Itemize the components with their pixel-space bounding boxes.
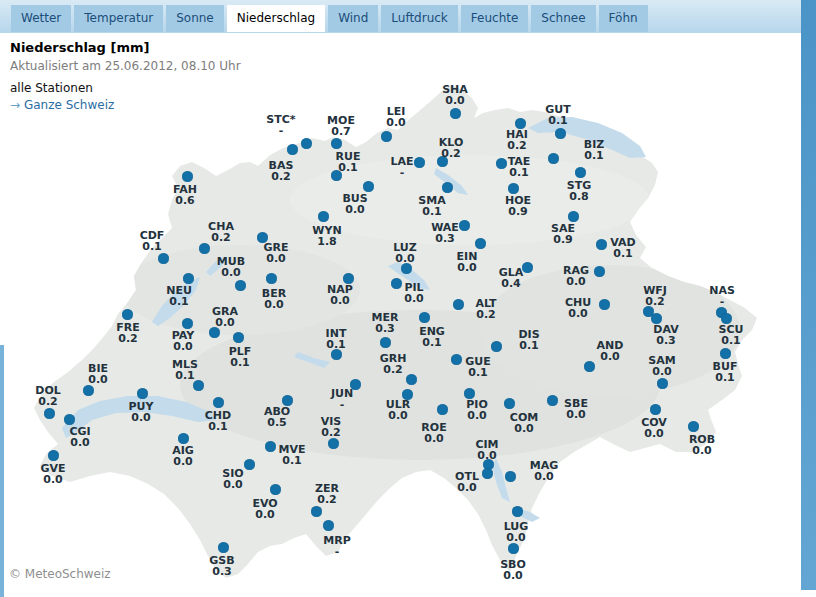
station-value: 0.1 [713, 372, 738, 383]
station-value: 0.0 [393, 253, 417, 264]
station-dot-BIE[interactable] [83, 385, 94, 396]
station-dot-GUT[interactable] [555, 128, 566, 139]
station-dot-PUY[interactable] [137, 388, 148, 399]
station-value: 0.0 [442, 95, 468, 106]
station-dot-HAI[interactable] [515, 118, 526, 129]
station-dot-WAE[interactable] [459, 220, 470, 231]
station-dot-AND[interactable] [584, 361, 595, 372]
station-dot-PAY[interactable] [182, 318, 193, 329]
tab-föhn[interactable]: Föhn [599, 5, 648, 32]
tab-temperatur[interactable]: Temperatur [74, 5, 163, 32]
meteoschweiz-page: SHA0.0LEI0.0STC*-MOE0.7GUT0.1HAI0.2KLO0.… [0, 0, 816, 597]
station-dot-SBO[interactable] [508, 543, 519, 554]
station-dot-MOE[interactable] [331, 138, 342, 149]
station-dot-SAE[interactable] [568, 211, 579, 222]
station-dot-ALT[interactable] [453, 299, 464, 310]
tab-wetter[interactable]: Wetter [11, 5, 71, 32]
station-value: 0.4 [499, 278, 524, 289]
station-label-MRP: MRP- [323, 535, 350, 557]
station-dot-MRP[interactable] [323, 520, 334, 531]
station-dot-DIS[interactable] [491, 341, 502, 352]
station-dot-STC[interactable] [301, 138, 312, 149]
station-dot-MUB[interactable] [235, 280, 246, 291]
station-dot-CDF[interactable] [158, 253, 169, 264]
station-dot-VAD[interactable] [596, 239, 607, 250]
station-dot-NEU[interactable] [183, 273, 194, 284]
station-dot-BAS[interactable] [287, 144, 298, 155]
station-value: 0.1 [518, 340, 539, 351]
station-dot-OTL[interactable] [482, 468, 493, 479]
station-label-SMA: SMA0.1 [418, 195, 445, 217]
station-dot-STG[interactable] [575, 167, 586, 178]
station-value: 0.0 [217, 267, 245, 278]
station-dot-RAG[interactable] [594, 266, 605, 277]
tab-wind[interactable]: Wind [328, 5, 378, 32]
station-dot-ROE[interactable] [437, 404, 448, 415]
station-dot-MAG[interactable] [505, 471, 516, 482]
station-dot-LUG[interactable] [512, 506, 523, 517]
station-dot-PIL[interactable] [391, 278, 402, 289]
station-dot-PIO[interactable] [464, 388, 475, 399]
tab-sonne[interactable]: Sonne [166, 5, 224, 32]
station-dot-SAM[interactable] [657, 378, 668, 389]
station-dot-HOE[interactable] [508, 183, 519, 194]
station-dot-CHD[interactable] [213, 397, 224, 408]
station-dot-ENG[interactable] [419, 312, 430, 323]
station-dot-BER[interactable] [266, 273, 277, 284]
station-dot-WYN[interactable] [318, 211, 329, 222]
station-dot-GVE[interactable] [48, 450, 59, 461]
station-dot-SCU[interactable] [721, 313, 732, 324]
station-dot-BUS[interactable] [363, 181, 374, 192]
station-dot-BIZ[interactable] [548, 153, 559, 164]
station-value: - [266, 125, 295, 136]
station-dot-GUE[interactable] [451, 354, 462, 365]
station-label-GUE: GUE0.1 [465, 356, 490, 378]
station-dot-DAV[interactable] [651, 313, 662, 324]
station-dot-SHA[interactable] [450, 108, 461, 119]
station-value: 0.7 [327, 126, 355, 137]
ganze-schweiz-link[interactable]: Ganze Schweiz [24, 98, 114, 112]
tab-luftdruck[interactable]: Luftdruck [381, 5, 458, 32]
station-dot-PLF[interactable] [233, 332, 244, 343]
station-dot-BUF[interactable] [720, 348, 731, 359]
station-dot-ABO[interactable] [282, 395, 293, 406]
tab-feuchte[interactable]: Feuchte [461, 5, 529, 32]
station-dot-COM[interactable] [504, 398, 515, 409]
station-label-STC: STC*- [266, 114, 295, 136]
tab-niederschlag[interactable]: Niederschlag [227, 5, 325, 32]
station-value: 0.6 [173, 195, 197, 206]
station-label-SAM: SAM0.0 [648, 355, 675, 377]
station-value: 0.1 [205, 421, 231, 432]
tab-schnee[interactable]: Schnee [531, 5, 595, 32]
station-dot-CGI[interactable] [64, 414, 75, 425]
station-dot-MVE[interactable] [265, 441, 276, 452]
station-dot-FAH[interactable] [182, 171, 193, 182]
station-dot-EIN[interactable] [475, 238, 486, 249]
station-value: 0.0 [648, 366, 675, 377]
station-value: 0.0 [69, 437, 90, 448]
station-dot-NAP[interactable] [343, 273, 354, 284]
station-dot-GSB[interactable] [218, 542, 229, 553]
station-value: 0.1 [229, 357, 252, 368]
station-dot-CHA[interactable] [199, 243, 210, 254]
station-dot-GRH[interactable] [406, 374, 417, 385]
station-dot-LEI[interactable] [381, 131, 392, 142]
station-dot-AIG[interactable] [178, 433, 189, 444]
station-dot-SMA[interactable] [442, 182, 453, 193]
station-value: 0.0 [421, 433, 446, 444]
station-dot-MER[interactable] [380, 337, 391, 348]
station-dot-FRE[interactable] [122, 309, 133, 320]
station-value: 0.0 [327, 295, 353, 306]
station-dot-ROB[interactable] [688, 421, 699, 432]
station-dot-COV[interactable] [650, 404, 661, 415]
station-dot-VIS[interactable] [328, 438, 339, 449]
station-dot-LAE[interactable] [414, 157, 425, 168]
station-dot-TAE[interactable] [496, 158, 507, 169]
station-dot-ZER[interactable] [311, 506, 322, 517]
station-dot-SBE[interactable] [547, 395, 558, 406]
station-dot-EVO[interactable] [270, 484, 281, 495]
station-dot-CHU[interactable] [599, 299, 610, 310]
station-dot-SIO[interactable] [244, 459, 255, 470]
station-label-GRA: GRA0.0 [212, 306, 238, 328]
station-dot-DOL[interactable] [44, 408, 55, 419]
